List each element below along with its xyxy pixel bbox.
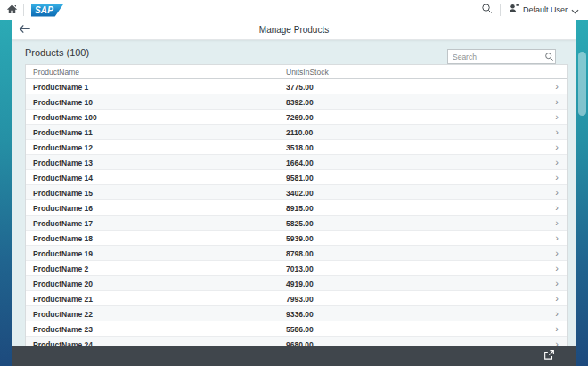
share-icon	[543, 349, 555, 363]
units-in-stock-cell: 5939.00	[286, 234, 314, 243]
units-in-stock-cell: 7269.00	[286, 113, 314, 122]
chevron-right-icon: ›	[555, 80, 559, 93]
chevron-right-icon: ›	[555, 141, 559, 153]
products-count-title: Products (100)	[25, 47, 89, 58]
search-icon[interactable]	[543, 51, 555, 62]
shell-search-button[interactable]	[475, 0, 500, 20]
column-header-unitsinstock: UnitsInStock	[286, 68, 329, 77]
product-name-cell: ProductName 20	[33, 280, 93, 289]
chevron-right-icon: ›	[555, 95, 559, 108]
product-name-cell: ProductName 14	[33, 174, 93, 183]
table-row[interactable]: ProductName 11 2110.00 ›	[26, 125, 567, 140]
table-row[interactable]: ProductName 12 3518.00 ›	[26, 140, 567, 155]
product-name-cell: ProductName 17	[33, 219, 93, 228]
chevron-right-icon: ›	[555, 201, 559, 214]
search-icon	[481, 2, 493, 18]
scrollbar-thumb[interactable]	[578, 52, 586, 116]
page-header: Manage Products	[12, 20, 576, 40]
table-row[interactable]: ProductName 16 8915.00 ›	[26, 200, 567, 216]
table-header-row: ProductName UnitsInStock	[26, 65, 567, 79]
units-in-stock-cell: 9336.00	[286, 310, 314, 319]
table-row[interactable]: ProductName 2 7013.00 ›	[26, 261, 567, 276]
shell-divider	[23, 4, 24, 16]
units-in-stock-cell: 9581.00	[286, 174, 314, 183]
shell-bar: SAP Default User	[0, 0, 588, 20]
chevron-right-icon: ›	[555, 262, 559, 274]
chevron-down-icon	[571, 2, 579, 18]
product-name-cell: ProductName 100	[33, 113, 97, 122]
product-name-cell: ProductName 13	[33, 159, 93, 167]
product-name-cell: ProductName 16	[33, 204, 93, 213]
units-in-stock-cell: 2110.00	[286, 128, 313, 137]
product-name-cell: ProductName 23	[33, 325, 93, 334]
table-row[interactable]: ProductName 22 9336.00 ›	[26, 306, 567, 321]
table-row[interactable]: ProductName 10 8392.00 ›	[26, 94, 567, 110]
units-in-stock-cell: 5586.00	[286, 325, 314, 334]
page-title: Manage Products	[12, 25, 576, 35]
table-row[interactable]: ProductName 21 7993.00 ›	[26, 291, 567, 306]
units-in-stock-cell: 8915.00	[286, 204, 314, 213]
chevron-right-icon: ›	[555, 307, 559, 320]
units-in-stock-cell: 7013.00	[286, 264, 314, 273]
chevron-right-icon: ›	[555, 232, 559, 244]
products-table: ProductName UnitsInStock ProductName 1 3…	[25, 64, 568, 366]
chevron-right-icon: ›	[555, 126, 559, 138]
table-row[interactable]: ProductName 18 5939.00 ›	[26, 231, 567, 246]
chevron-right-icon: ›	[555, 216, 559, 229]
product-name-cell: ProductName 11	[33, 128, 93, 137]
back-button[interactable]	[19, 22, 35, 37]
product-name-cell: ProductName 15	[33, 189, 93, 198]
chevron-right-icon: ›	[555, 156, 559, 168]
left-edge-strip	[0, 20, 12, 366]
table-row[interactable]: ProductName 1 3775.00 ›	[26, 79, 567, 94]
table-row[interactable]: ProductName 19 8798.00 ›	[26, 246, 567, 261]
units-in-stock-cell: 4919.00	[286, 280, 314, 289]
user-icon	[508, 2, 519, 18]
units-in-stock-cell: 5825.00	[286, 219, 314, 228]
product-name-cell: ProductName 21	[33, 295, 93, 304]
arrow-left-icon	[19, 23, 31, 37]
chevron-right-icon: ›	[555, 186, 559, 199]
product-name-cell: ProductName 22	[33, 310, 93, 319]
chevron-right-icon: ›	[555, 247, 559, 259]
product-name-cell: ProductName 1	[33, 83, 88, 92]
product-name-cell: ProductName 19	[33, 249, 93, 258]
home-icon	[6, 2, 18, 18]
product-name-cell: ProductName 2	[33, 264, 88, 273]
units-in-stock-cell: 8392.00	[286, 98, 314, 107]
app-window: SAP Default User Manage Produc	[0, 0, 588, 366]
table-row[interactable]: ProductName 20 4919.00 ›	[26, 276, 567, 291]
table-row[interactable]: ProductName 15 3402.00 ›	[26, 185, 567, 200]
home-button[interactable]	[0, 0, 23, 20]
footer-bar	[12, 346, 576, 366]
units-in-stock-cell: 3775.00	[286, 83, 314, 92]
sap-logo-text: SAP	[31, 4, 53, 17]
table-row[interactable]: ProductName 13 1664.00 ›	[26, 155, 567, 170]
table-row[interactable]: ProductName 14 9581.00 ›	[26, 170, 567, 185]
units-in-stock-cell: 3518.00	[286, 143, 314, 152]
share-button[interactable]	[542, 349, 556, 363]
search-input[interactable]	[448, 53, 543, 61]
chevron-right-icon: ›	[555, 292, 559, 305]
units-in-stock-cell: 3402.00	[286, 189, 314, 198]
product-name-cell: ProductName 18	[33, 234, 93, 243]
content-area: Products (100) ProductName UnitsInStock …	[12, 39, 576, 366]
products-toolbar: Products (100)	[12, 39, 576, 64]
units-in-stock-cell: 1664.00	[286, 159, 314, 167]
sap-logo[interactable]: SAP	[31, 4, 64, 17]
chevron-right-icon: ›	[555, 322, 559, 335]
units-in-stock-cell: 7993.00	[286, 295, 314, 304]
user-name-label: Default User	[523, 5, 568, 14]
table-row[interactable]: ProductName 100 7269.00 ›	[26, 110, 567, 125]
table-row[interactable]: ProductName 17 5825.00 ›	[26, 216, 567, 231]
product-name-cell: ProductName 12	[33, 143, 93, 152]
chevron-right-icon: ›	[555, 171, 559, 183]
column-header-productname: ProductName	[33, 68, 79, 77]
product-name-cell: ProductName 10	[33, 98, 93, 107]
search-field[interactable]	[447, 49, 556, 64]
chevron-right-icon: ›	[555, 110, 559, 123]
user-menu[interactable]: Default User	[501, 0, 588, 20]
units-in-stock-cell: 8798.00	[286, 249, 314, 258]
table-row[interactable]: ProductName 23 5586.00 ›	[26, 321, 567, 337]
chevron-right-icon: ›	[555, 277, 559, 289]
